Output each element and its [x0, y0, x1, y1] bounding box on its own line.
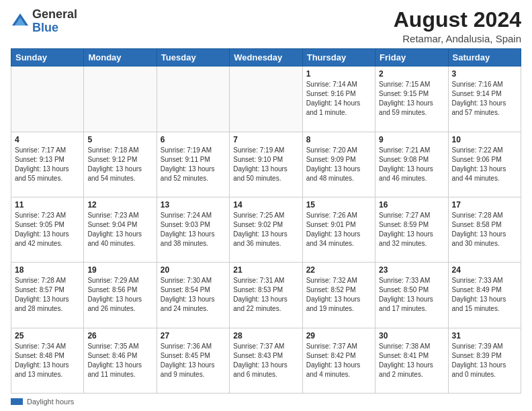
day-info: Sunrise: 7:24 AM Sunset: 9:03 PM Dayligh… [161, 211, 226, 248]
table-row: 13Sunrise: 7:24 AM Sunset: 9:03 PM Dayli… [157, 197, 229, 262]
day-number: 31 [452, 331, 517, 340]
day-number: 1 [306, 69, 371, 79]
logo: General Blue [11, 8, 77, 35]
table-row: 10Sunrise: 7:22 AM Sunset: 9:06 PM Dayli… [448, 132, 521, 197]
table-row: 25Sunrise: 7:34 AM Sunset: 8:48 PM Dayli… [11, 328, 84, 393]
day-number: 16 [379, 200, 444, 210]
table-row: 4Sunrise: 7:17 AM Sunset: 9:13 PM Daylig… [11, 132, 84, 197]
title-block: August 2024 Retamar, Andalusia, Spain [394, 8, 521, 44]
day-number: 15 [306, 200, 371, 210]
day-info: Sunrise: 7:19 AM Sunset: 9:11 PM Dayligh… [161, 146, 226, 183]
calendar-week-row: 11Sunrise: 7:23 AM Sunset: 9:05 PM Dayli… [11, 197, 521, 262]
day-info: Sunrise: 7:23 AM Sunset: 9:05 PM Dayligh… [15, 211, 80, 248]
day-number: 6 [161, 135, 226, 144]
col-monday: Monday [84, 49, 157, 66]
table-row: 9Sunrise: 7:21 AM Sunset: 9:08 PM Daylig… [375, 132, 448, 197]
table-row: 29Sunrise: 7:37 AM Sunset: 8:42 PM Dayli… [302, 328, 375, 393]
day-number: 28 [233, 331, 298, 340]
header-row: Sunday Monday Tuesday Wednesday Thursday… [11, 49, 521, 66]
day-info: Sunrise: 7:21 AM Sunset: 9:08 PM Dayligh… [379, 146, 444, 183]
day-info: Sunrise: 7:37 AM Sunset: 8:43 PM Dayligh… [233, 342, 298, 379]
calendar-week-row: 25Sunrise: 7:34 AM Sunset: 8:48 PM Dayli… [11, 328, 521, 393]
table-row: 27Sunrise: 7:36 AM Sunset: 8:45 PM Dayli… [157, 328, 229, 393]
day-info: Sunrise: 7:36 AM Sunset: 8:45 PM Dayligh… [161, 342, 226, 379]
day-number: 20 [161, 265, 226, 275]
day-number: 12 [87, 200, 152, 210]
col-saturday: Saturday [448, 49, 521, 66]
day-info: Sunrise: 7:20 AM Sunset: 9:09 PM Dayligh… [306, 146, 371, 183]
table-row: 28Sunrise: 7:37 AM Sunset: 8:43 PM Dayli… [230, 328, 302, 393]
day-number: 22 [306, 265, 371, 275]
day-number: 8 [306, 135, 371, 144]
day-info: Sunrise: 7:38 AM Sunset: 8:41 PM Dayligh… [379, 342, 444, 379]
day-info: Sunrise: 7:34 AM Sunset: 8:48 PM Dayligh… [15, 342, 80, 379]
day-number: 18 [15, 265, 80, 275]
day-number: 21 [233, 265, 298, 275]
table-row: 15Sunrise: 7:26 AM Sunset: 9:01 PM Dayli… [302, 197, 375, 262]
day-number: 14 [233, 200, 298, 210]
table-row: 17Sunrise: 7:28 AM Sunset: 8:58 PM Dayli… [448, 197, 521, 262]
month-year: August 2024 [394, 8, 521, 32]
day-info: Sunrise: 7:27 AM Sunset: 8:59 PM Dayligh… [379, 211, 444, 248]
calendar-week-row: 1Sunrise: 7:14 AM Sunset: 9:16 PM Daylig… [11, 66, 521, 132]
table-row: 26Sunrise: 7:35 AM Sunset: 8:46 PM Dayli… [84, 328, 157, 393]
location: Retamar, Andalusia, Spain [394, 33, 521, 44]
table-row [11, 66, 84, 132]
day-info: Sunrise: 7:17 AM Sunset: 9:13 PM Dayligh… [15, 146, 80, 183]
table-row: 14Sunrise: 7:25 AM Sunset: 9:02 PM Dayli… [230, 197, 302, 262]
table-row: 31Sunrise: 7:39 AM Sunset: 8:39 PM Dayli… [448, 328, 521, 393]
day-info: Sunrise: 7:30 AM Sunset: 8:54 PM Dayligh… [161, 276, 226, 314]
day-info: Sunrise: 7:28 AM Sunset: 8:58 PM Dayligh… [452, 211, 517, 248]
day-number: 30 [379, 331, 444, 340]
day-info: Sunrise: 7:25 AM Sunset: 9:02 PM Dayligh… [233, 211, 298, 248]
table-row: 8Sunrise: 7:20 AM Sunset: 9:09 PM Daylig… [302, 132, 375, 197]
day-info: Sunrise: 7:19 AM Sunset: 9:10 PM Dayligh… [233, 146, 298, 183]
col-wednesday: Wednesday [230, 49, 302, 66]
table-row: 16Sunrise: 7:27 AM Sunset: 8:59 PM Dayli… [375, 197, 448, 262]
table-row: 30Sunrise: 7:38 AM Sunset: 8:41 PM Dayli… [375, 328, 448, 393]
table-row: 11Sunrise: 7:23 AM Sunset: 9:05 PM Dayli… [11, 197, 84, 262]
daylight-bar-icon [11, 398, 23, 405]
logo-text: General Blue [32, 8, 77, 35]
table-row: 23Sunrise: 7:33 AM Sunset: 8:50 PM Dayli… [375, 263, 448, 328]
day-number: 26 [87, 331, 152, 340]
logo-icon [11, 12, 30, 31]
day-number: 23 [379, 265, 444, 275]
day-info: Sunrise: 7:14 AM Sunset: 9:16 PM Dayligh… [306, 80, 371, 118]
calendar-table: Sunday Monday Tuesday Wednesday Thursday… [11, 48, 521, 394]
day-number: 24 [452, 265, 517, 275]
day-info: Sunrise: 7:23 AM Sunset: 9:04 PM Dayligh… [87, 211, 152, 248]
table-row [84, 66, 157, 132]
table-row: 6Sunrise: 7:19 AM Sunset: 9:11 PM Daylig… [157, 132, 229, 197]
col-sunday: Sunday [11, 49, 84, 66]
header: General Blue August 2024 Retamar, Andalu… [11, 8, 521, 44]
day-info: Sunrise: 7:15 AM Sunset: 9:15 PM Dayligh… [379, 80, 444, 118]
day-number: 7 [233, 135, 298, 144]
day-info: Sunrise: 7:16 AM Sunset: 9:14 PM Dayligh… [452, 80, 517, 118]
day-number: 10 [452, 135, 517, 144]
table-row: 7Sunrise: 7:19 AM Sunset: 9:10 PM Daylig… [230, 132, 302, 197]
day-number: 5 [87, 135, 152, 144]
logo-blue-text: Blue [32, 21, 58, 34]
day-number: 19 [87, 265, 152, 275]
table-row [157, 66, 229, 132]
table-row: 2Sunrise: 7:15 AM Sunset: 9:15 PM Daylig… [375, 66, 448, 132]
day-info: Sunrise: 7:22 AM Sunset: 9:06 PM Dayligh… [452, 146, 517, 183]
table-row: 20Sunrise: 7:30 AM Sunset: 8:54 PM Dayli… [157, 263, 229, 328]
table-row: 19Sunrise: 7:29 AM Sunset: 8:56 PM Dayli… [84, 263, 157, 328]
day-info: Sunrise: 7:28 AM Sunset: 8:57 PM Dayligh… [15, 276, 80, 314]
day-number: 2 [379, 69, 444, 79]
day-number: 13 [161, 200, 226, 210]
day-number: 25 [15, 331, 80, 340]
table-row: 21Sunrise: 7:31 AM Sunset: 8:53 PM Dayli… [230, 263, 302, 328]
day-info: Sunrise: 7:35 AM Sunset: 8:46 PM Dayligh… [87, 342, 152, 379]
day-number: 3 [452, 69, 517, 79]
day-number: 9 [379, 135, 444, 144]
col-thursday: Thursday [302, 49, 375, 66]
table-row: 18Sunrise: 7:28 AM Sunset: 8:57 PM Dayli… [11, 263, 84, 328]
day-info: Sunrise: 7:33 AM Sunset: 8:50 PM Dayligh… [379, 276, 444, 314]
table-row: 22Sunrise: 7:32 AM Sunset: 8:52 PM Dayli… [302, 263, 375, 328]
col-friday: Friday [375, 49, 448, 66]
table-row: 24Sunrise: 7:33 AM Sunset: 8:49 PM Dayli… [448, 263, 521, 328]
day-number: 17 [452, 200, 517, 210]
